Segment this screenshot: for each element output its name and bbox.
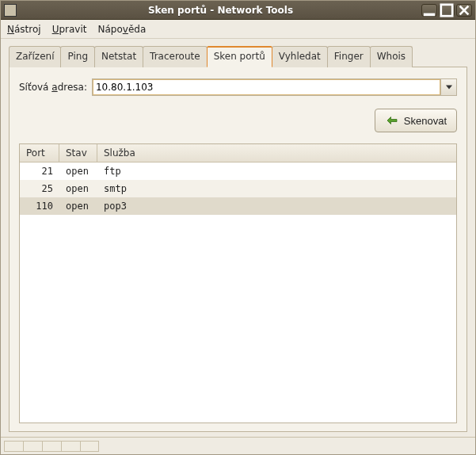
svg-rect-1: [441, 4, 452, 15]
address-row: Síťová adresa:: [19, 78, 457, 96]
cell-state: open: [59, 166, 97, 177]
svg-rect-0: [424, 13, 435, 16]
address-field: [92, 78, 457, 96]
scan-icon: [385, 113, 399, 128]
col-port[interactable]: Port: [20, 144, 59, 162]
app-window: Sken portů - Network Tools Nástroj Uprav…: [0, 0, 476, 455]
maximize-button[interactable]: [439, 4, 455, 17]
menu-help[interactable]: Nápověda: [97, 24, 146, 35]
scan-button[interactable]: Skenovat: [375, 109, 457, 132]
tab-whois[interactable]: Whois: [370, 46, 413, 67]
address-input[interactable]: [92, 78, 441, 96]
scan-button-label: Skenovat: [404, 115, 447, 127]
status-cell: [4, 441, 23, 452]
svg-marker-4: [446, 86, 452, 90]
cell-service: smtp: [97, 183, 456, 194]
cell-port: 110: [20, 201, 59, 212]
window-title: Sken portů - Network Tools: [20, 5, 421, 16]
window-buttons: [421, 4, 472, 17]
tab-finger[interactable]: Finger: [327, 46, 371, 67]
table-row[interactable]: 21openftp: [20, 162, 456, 180]
statusbar: [1, 437, 475, 454]
tab-traceroute[interactable]: Traceroute: [143, 46, 208, 67]
titlebar: Sken portů - Network Tools: [1, 1, 475, 20]
cell-service: pop3: [97, 201, 456, 212]
tab-portscan[interactable]: Sken portů: [207, 46, 272, 67]
app-icon: [4, 4, 17, 17]
tab-devices[interactable]: Zařízení: [9, 46, 61, 67]
status-cell: [23, 441, 42, 452]
tab-ping[interactable]: Ping: [60, 46, 95, 67]
minimize-button[interactable]: [421, 4, 437, 17]
tabbar: Zařízení Ping Netstat Traceroute Sken po…: [9, 45, 467, 67]
address-label: Síťová adresa:: [19, 82, 87, 93]
col-service[interactable]: Služba: [97, 144, 456, 162]
status-cell: [61, 441, 80, 452]
tab-page-portscan: Síťová adresa: Skenovat: [9, 67, 467, 432]
cell-port: 25: [20, 183, 59, 194]
cell-port: 21: [20, 166, 59, 177]
tab-netstat[interactable]: Netstat: [94, 46, 143, 67]
table-rows: 21openftp25opensmtp110openpop3: [20, 162, 456, 422]
address-dropdown-button[interactable]: [441, 78, 457, 96]
cell-service: ftp: [97, 166, 456, 177]
cell-state: open: [59, 183, 97, 194]
column-headers: Port Stav Služba: [20, 144, 456, 162]
col-state[interactable]: Stav: [59, 144, 97, 162]
scan-row: Skenovat: [19, 109, 457, 132]
status-cell: [80, 441, 99, 452]
menubar: Nástroj Upravit Nápověda: [1, 20, 475, 39]
close-button[interactable]: [456, 4, 472, 17]
menu-tool[interactable]: Nástroj: [7, 24, 41, 35]
menu-edit[interactable]: Upravit: [52, 24, 87, 35]
cell-state: open: [59, 201, 97, 212]
tab-lookup[interactable]: Vyhledat: [272, 46, 328, 67]
results-table: Port Stav Služba 21openftp25opensmtp110o…: [19, 143, 457, 423]
table-row[interactable]: 25opensmtp: [20, 180, 456, 197]
table-row[interactable]: 110openpop3: [20, 197, 456, 215]
status-cell: [42, 441, 61, 452]
content-area: Zařízení Ping Netstat Traceroute Sken po…: [1, 39, 475, 437]
